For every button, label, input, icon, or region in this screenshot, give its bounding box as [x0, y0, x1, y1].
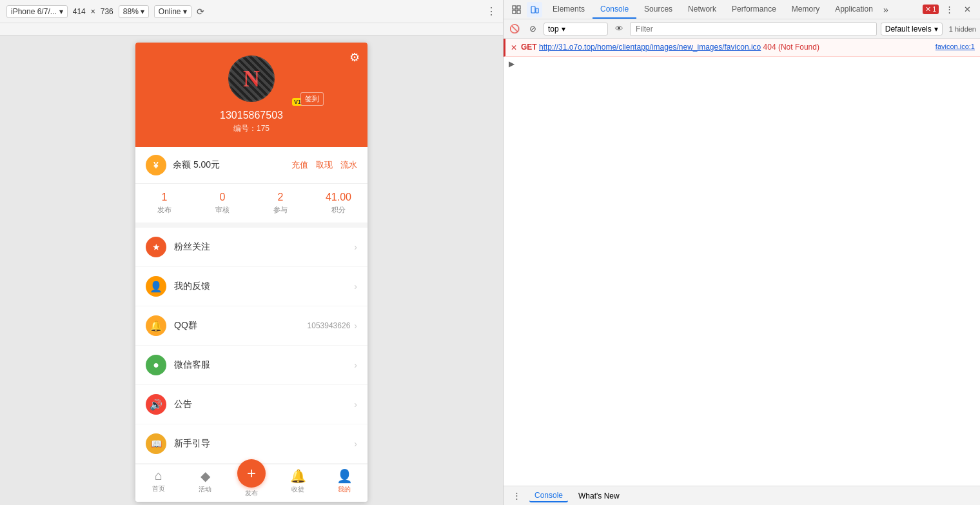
stat-participate-value: 2: [251, 192, 309, 203]
bottom-tab-whatsnew[interactable]: What's New: [573, 490, 625, 502]
svg-rect-0: [513, 6, 516, 9]
height-value: 736: [101, 7, 113, 16]
tab-application[interactable]: Application: [827, 0, 881, 19]
ruler-ticks: [0, 23, 503, 35]
error-icon: ✕: [511, 43, 517, 52]
nav-activity[interactable]: ◆ 活动: [182, 468, 228, 498]
tab-network[interactable]: Network: [680, 0, 724, 19]
menu-item-wechat[interactable]: ● 微信客服 ›: [135, 346, 368, 385]
svg-rect-5: [536, 8, 538, 13]
error-url[interactable]: http://31.o7o.top/home/clientapp/images/…: [539, 43, 761, 52]
notice-icon: 🔊: [146, 394, 166, 415]
tab-sources[interactable]: Sources: [636, 0, 680, 19]
stats-row: 1 发布 0 审核 2 参与 41.00 积分: [135, 184, 368, 228]
zoom-dropdown-icon: ▾: [141, 7, 144, 16]
settings-icon[interactable]: ⚙: [349, 50, 360, 64]
withdraw-button[interactable]: 取现: [316, 159, 333, 171]
ruler-horizontal: [0, 23, 503, 36]
stat-review-label: 审核: [193, 205, 251, 215]
publish-add-button[interactable]: +: [237, 459, 266, 488]
stat-review: 0 审核: [193, 192, 251, 215]
device-label: iPhone 6/7/...: [11, 7, 57, 16]
stat-review-value: 0: [193, 192, 251, 203]
devtools-more-tabs[interactable]: »: [883, 5, 888, 15]
nav-mine[interactable]: 👤 我的: [321, 468, 368, 498]
qq-label: QQ群: [174, 320, 308, 332]
zoom-selector[interactable]: 88% ▾: [119, 5, 149, 18]
qq-icon: 🔔: [146, 315, 166, 336]
devtools-close-icon[interactable]: ✕: [959, 2, 975, 17]
menu-item-fans[interactable]: ★ 粉丝关注 ›: [135, 228, 368, 267]
context-dropdown-icon: ▾: [562, 25, 565, 34]
mine-label: 我的: [338, 485, 351, 494]
phone-frame: ⚙ N V1 签到 13015867503 编号：175: [135, 43, 368, 502]
device-toggle-icon[interactable]: [527, 2, 542, 17]
menu-item-notice[interactable]: 🔊 公告 ›: [135, 385, 368, 424]
publish-label: 发布: [245, 489, 258, 498]
home-label: 首页: [152, 484, 165, 493]
error-content: GET http://31.o7o.top/home/clientapp/ima…: [521, 43, 936, 52]
nav-publish[interactable]: + 发布: [228, 468, 275, 498]
signin-button[interactable]: 签到: [300, 92, 324, 106]
error-method: GET: [521, 43, 537, 52]
expand-arrow[interactable]: ▶: [509, 59, 514, 68]
tab-performance[interactable]: Performance: [724, 0, 784, 19]
viewport-container: ⚙ N V1 签到 13015867503 编号：175: [0, 36, 503, 505]
balance-text: 余额 5.00元: [173, 159, 291, 171]
expand-row: ▶: [504, 57, 980, 71]
svg-rect-2: [513, 10, 516, 14]
browser-emulator: iPhone 6/7/... ▾ 414 × 736 88% ▾ Online …: [0, 0, 503, 505]
tab-memory[interactable]: Memory: [784, 0, 827, 19]
svg-rect-3: [517, 10, 520, 14]
filter-eye-icon[interactable]: 👁: [612, 22, 626, 36]
filter-input[interactable]: [630, 22, 877, 36]
flow-button[interactable]: 流水: [340, 159, 357, 171]
level-selector[interactable]: Default levels ▾: [881, 23, 943, 35]
console-settings-icon[interactable]: ⋮: [509, 488, 524, 504]
console-content: ✕ GET http://31.o7o.top/home/clientapp/i…: [504, 39, 980, 486]
followers-icon: 🔔: [290, 468, 306, 484]
avatar-bg: [228, 55, 275, 102]
console-error-row: ✕ GET http://31.o7o.top/home/clientapp/i…: [504, 39, 980, 57]
avatar-container: N V1 签到: [228, 55, 275, 102]
error-count-badge: ✕ 1: [923, 5, 939, 14]
activity-icon: ◆: [201, 468, 210, 484]
yuan-icon: ¥: [146, 155, 166, 175]
stat-points: 41.00 积分: [309, 192, 368, 215]
network-selector[interactable]: Online ▾: [154, 5, 191, 18]
devtools-settings-icon[interactable]: ⋮: [941, 2, 957, 17]
clear-console-icon[interactable]: 🚫: [507, 22, 522, 36]
profile-header: ⚙ N V1 签到 13015867503 编号：175: [135, 43, 368, 147]
guide-icon: 📖: [146, 433, 166, 454]
activity-label: 活动: [199, 485, 211, 494]
zoom-label: 88%: [123, 7, 139, 16]
menu-item-qq[interactable]: 🔔 QQ群 1053943626 ›: [135, 306, 368, 346]
error-status-text: 404 (Not Found): [763, 43, 819, 52]
feedback-icon: 👤: [146, 276, 166, 297]
menu-item-feedback[interactable]: 👤 我的反馈 ›: [135, 267, 368, 306]
nav-followers[interactable]: 🔔 收徒: [275, 468, 321, 498]
context-selector[interactable]: top ▾: [544, 23, 608, 35]
fans-icon: ★: [146, 237, 166, 257]
device-selector[interactable]: iPhone 6/7/... ▾: [6, 5, 68, 18]
bottom-nav: ⌂ 首页 ◆ 活动 + 发布 🔔 收徒 👤 我的: [135, 464, 368, 502]
toolbar-more-icon[interactable]: ⋮: [486, 5, 496, 17]
error-file[interactable]: favicon.ico:1: [936, 43, 975, 50]
recharge-button[interactable]: 充值: [291, 159, 308, 171]
inspect-icon[interactable]: [509, 2, 524, 17]
tab-elements[interactable]: Elements: [545, 0, 593, 19]
devtools-panel: Elements Console Sources Network Perform…: [503, 0, 980, 505]
wechat-label: 微信客服: [174, 359, 350, 371]
tab-console[interactable]: Console: [593, 0, 636, 19]
devtools-topbar: Elements Console Sources Network Perform…: [504, 0, 980, 19]
rotate-icon[interactable]: ⟳: [197, 6, 204, 17]
block-requests-icon[interactable]: ⊘: [525, 22, 540, 36]
stat-points-label: 积分: [309, 205, 368, 215]
menu-item-guide[interactable]: 📖 新手引导 ›: [135, 424, 368, 464]
console-bottombar: ⋮ Console What's New: [504, 486, 980, 505]
nav-home[interactable]: ⌂ 首页: [135, 468, 182, 498]
devtools-right-icons: ✕ 1 ⋮ ✕: [923, 2, 975, 17]
bottom-tab-console[interactable]: Console: [529, 490, 568, 502]
svg-rect-1: [517, 6, 520, 9]
balance-row: ¥ 余额 5.00元 充值 取现 流水: [135, 147, 368, 184]
